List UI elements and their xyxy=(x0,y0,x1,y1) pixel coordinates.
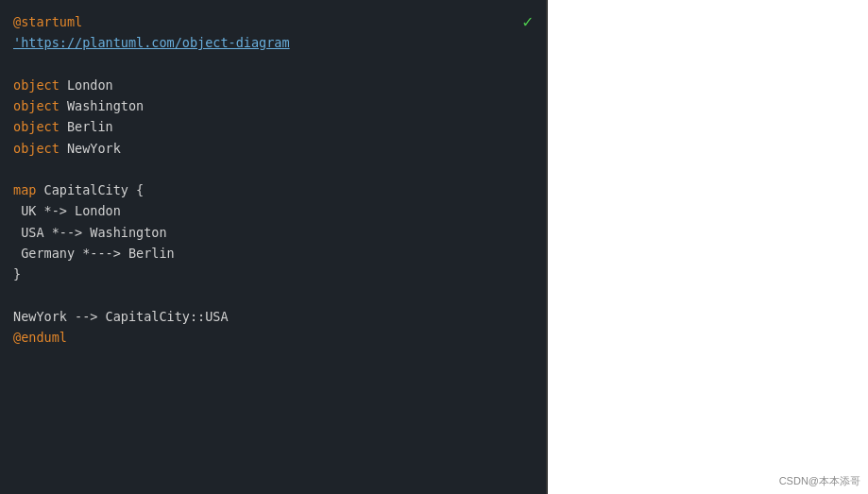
line-usa: USA *--> Washington xyxy=(13,225,167,240)
kw-object2: object xyxy=(13,98,60,113)
kw-object3: object xyxy=(13,119,60,134)
line-germany: Germany *---> Berlin xyxy=(13,246,175,261)
line-newyork-arrow: NewYork --> CapitalCity::USA xyxy=(13,309,229,324)
kw-object4: object xyxy=(13,141,60,156)
check-icon: ✓ xyxy=(522,11,533,32)
line-washington: Washington xyxy=(60,98,144,113)
line-capitalcity-open: CapitalCity { xyxy=(36,182,144,197)
line-startuml: @startuml xyxy=(13,14,82,29)
line-newyork: NewYork xyxy=(60,141,121,156)
arrows-svg xyxy=(548,0,868,494)
line-berlin: Berlin xyxy=(60,119,113,134)
watermark: CSDN@本本添哥 xyxy=(779,474,860,488)
line-uk: UK *-> London xyxy=(13,203,121,218)
diagram-panel: NewYork CapitalCity UK USA Germany Londo… xyxy=(548,0,868,494)
line-enduml: @enduml xyxy=(13,330,67,345)
line-close-brace: } xyxy=(13,266,21,281)
code-editor: ✓ @startuml 'https://plantuml.com/object… xyxy=(0,0,548,494)
diagram-canvas: NewYork CapitalCity UK USA Germany Londo… xyxy=(548,0,868,494)
line-url: 'https://plantuml.com/object-diagram xyxy=(13,35,290,50)
kw-map: map xyxy=(13,182,36,197)
kw-object1: object xyxy=(13,77,60,93)
line-london: London xyxy=(60,77,113,93)
